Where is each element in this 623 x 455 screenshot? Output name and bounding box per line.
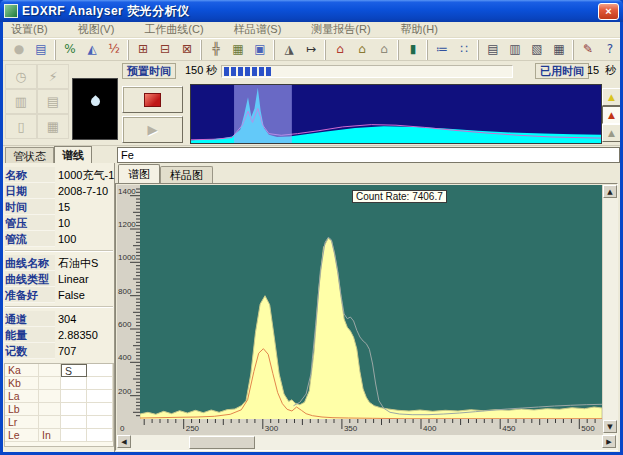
- scroll-right-button[interactable]: ▶: [602, 435, 616, 448]
- filter-button[interactable]: ▤: [37, 89, 69, 114]
- menu-item-4[interactable]: 样品谱(S): [234, 22, 282, 37]
- element-cell[interactable]: [87, 377, 113, 390]
- selected-element-cell[interactable]: S: [61, 364, 87, 377]
- red-peak-view-button[interactable]: ▲: [602, 106, 620, 124]
- print-icon[interactable]: ▤: [483, 40, 503, 59]
- grid-button[interactable]: ▦: [37, 114, 69, 139]
- scroll-up-button[interactable]: ▲: [603, 185, 617, 198]
- home-red-icon[interactable]: ⌂: [330, 40, 350, 59]
- window-report-icon[interactable]: ▤: [31, 40, 51, 59]
- tab-spectrum-view[interactable]: 谱图: [118, 164, 160, 183]
- tab-tube-status[interactable]: 管状态: [5, 147, 54, 164]
- menu-item-1[interactable]: 设置(B): [11, 22, 48, 37]
- list-icon[interactable]: ≔: [432, 40, 452, 59]
- property-value: 707: [55, 343, 115, 359]
- menu-item-5[interactable]: 测量报告(R): [311, 22, 370, 37]
- line-extra-cell[interactable]: [39, 390, 61, 403]
- timer-button[interactable]: ◷: [5, 64, 37, 89]
- spectrum-new-icon[interactable]: ⊞: [133, 40, 153, 59]
- list-detail-icon[interactable]: ∷: [454, 40, 474, 59]
- acquisition-progress-bar: [221, 65, 513, 78]
- menu-bar: 设置(B)视图(V)工作曲线(C)样品谱(S)测量报告(R)帮助(H): [3, 22, 620, 38]
- element-cell[interactable]: [61, 377, 87, 390]
- tab-spectrum-line[interactable]: 谱线: [54, 146, 92, 164]
- gray-peak-view-button[interactable]: ▲: [602, 124, 620, 142]
- element-cell[interactable]: [87, 416, 113, 429]
- chart-tabs: 谱图样品图: [115, 164, 213, 183]
- percent-icon[interactable]: %: [60, 40, 80, 59]
- element-cell[interactable]: [61, 390, 87, 403]
- close-button[interactable]: ×: [598, 3, 619, 20]
- svg-text:400: 400: [423, 424, 437, 433]
- property-label: 记数: [5, 343, 55, 359]
- home-olive-icon[interactable]: ⌂: [352, 40, 372, 59]
- ratio-icon[interactable]: ½: [104, 40, 124, 59]
- document-button[interactable]: ▯: [5, 114, 37, 139]
- ball-icon[interactable]: ●: [9, 40, 29, 59]
- line-extra-cell[interactable]: [39, 416, 61, 429]
- image-icon[interactable]: ▣: [250, 40, 270, 59]
- element-cell[interactable]: [61, 403, 87, 416]
- emission-lines-table: KaSKbLaLbLrLeIn: [4, 363, 114, 447]
- help-book-icon[interactable]: ✎: [578, 40, 598, 59]
- line-extra-cell[interactable]: [39, 364, 61, 377]
- menu-item-3[interactable]: 工作曲线(C): [144, 22, 203, 37]
- vertical-scrollbar[interactable]: ▲ ▼: [602, 185, 618, 435]
- horizontal-scrollbar[interactable]: ◀ ▶: [117, 435, 618, 450]
- menu-item-2[interactable]: 视图(V): [78, 22, 115, 37]
- line-label-cell[interactable]: Lr: [5, 416, 39, 429]
- property-row: 通道304: [3, 311, 115, 327]
- line-label-cell[interactable]: Kb: [5, 377, 39, 390]
- start-button[interactable]: ▶: [122, 116, 183, 143]
- line-label-cell[interactable]: Lb: [5, 403, 39, 416]
- elapsed-time-label: 已用时间: [535, 63, 589, 79]
- title-bar[interactable]: EDXRF Analyser 荧光分析仪 ×: [0, 0, 623, 22]
- yellow-peak-view-button[interactable]: ▲: [602, 88, 620, 106]
- grid-icon[interactable]: ╬: [206, 40, 226, 59]
- line-label-cell[interactable]: Ka: [5, 364, 39, 377]
- progress-segment: [224, 67, 229, 76]
- progress-segment: [245, 67, 250, 76]
- spectrum-overlay-icon[interactable]: ⊠: [177, 40, 197, 59]
- element-cell[interactable]: [87, 364, 113, 377]
- context-help-icon[interactable]: ?: [600, 40, 620, 59]
- element-cell[interactable]: [61, 429, 87, 442]
- status-tabs: 管状态谱线: [5, 146, 92, 164]
- scroll-down-button[interactable]: ▼: [603, 420, 617, 433]
- spectrum-plot[interactable]: Count Rate: 7406.7: [140, 185, 602, 419]
- line-label-cell[interactable]: Le: [5, 429, 39, 442]
- print-setup-icon[interactable]: ▥: [505, 40, 525, 59]
- expand-icon[interactable]: ↦: [301, 40, 321, 59]
- property-value: 10: [55, 215, 115, 231]
- element-cell[interactable]: [87, 390, 113, 403]
- print-preview-icon[interactable]: ▧: [527, 40, 547, 59]
- fit-icon[interactable]: ◭: [82, 40, 102, 59]
- hv-button[interactable]: ⚡: [37, 64, 69, 89]
- line-extra-cell[interactable]: [39, 377, 61, 390]
- element-cell[interactable]: [87, 429, 113, 442]
- spectrum-preview[interactable]: [190, 84, 602, 144]
- calculator-icon[interactable]: ▦: [549, 40, 569, 59]
- tube-icon[interactable]: ▮: [403, 40, 423, 59]
- property-label: 通道: [5, 311, 55, 327]
- smooth-icon[interactable]: ▦: [228, 40, 248, 59]
- element-field[interactable]: Fe: [117, 147, 620, 163]
- line-extra-cell[interactable]: In: [39, 429, 61, 442]
- element-cell[interactable]: [61, 416, 87, 429]
- stop-button[interactable]: [122, 86, 183, 113]
- spectrum-delete-icon[interactable]: ⊟: [155, 40, 175, 59]
- copy-button[interactable]: ▥: [5, 89, 37, 114]
- menu-item-6[interactable]: 帮助(H): [401, 22, 438, 37]
- line-label-cell[interactable]: La: [5, 390, 39, 403]
- element-cell[interactable]: [87, 403, 113, 416]
- svg-text:450: 450: [502, 424, 516, 433]
- tab-sample-view[interactable]: 样品图: [160, 166, 213, 183]
- progress-segment: [238, 67, 243, 76]
- line-extra-cell[interactable]: [39, 403, 61, 416]
- sample-indicator-box: [72, 78, 118, 140]
- scroll-left-button[interactable]: ◀: [117, 435, 131, 448]
- peak-mark-icon[interactable]: ◮: [279, 40, 299, 59]
- scrollbar-thumb[interactable]: [189, 436, 255, 449]
- y-axis-ruler: 200400600800100012001400: [117, 185, 140, 419]
- home-gray-icon[interactable]: ⌂: [374, 40, 394, 59]
